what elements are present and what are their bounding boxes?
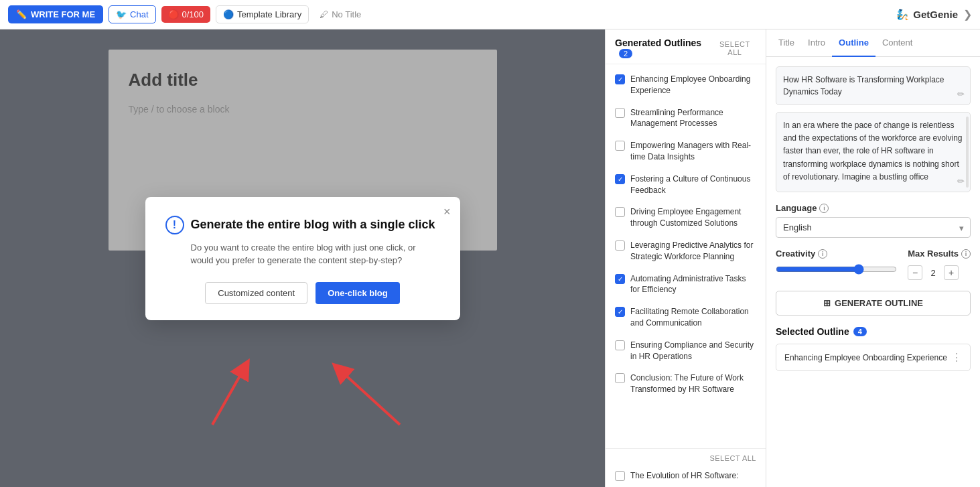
logo-icon: 🧞 <box>896 9 909 21</box>
generate-icon: ⊞ <box>823 298 831 308</box>
settings-panel: TitleIntroOutlineContent How HR Software… <box>766 29 980 487</box>
outline-text-2: Empowering Managers with Real-time Data … <box>630 140 756 163</box>
outline-checkbox-0[interactable] <box>615 74 625 84</box>
outline-item[interactable]: Conclusion: The Future of Work Transform… <box>606 367 766 401</box>
outline-checkbox-7[interactable] <box>615 307 625 317</box>
svg-line-3 <box>340 370 400 425</box>
outline-item[interactable]: Facilitating Remote Collaboration and Co… <box>606 301 766 334</box>
outlines-title-wrap: Generated Outlines 2 <box>615 38 713 58</box>
outline-item[interactable]: Automating Administrative Tasks for Effi… <box>606 268 766 301</box>
creativity-col: Creativity i <box>776 249 897 277</box>
outline-text-3: Fostering a Culture of Continuous Feedba… <box>630 173 756 196</box>
outline-text-8: Ensuring Compliance and Security in HR O… <box>630 340 756 362</box>
intro-display-box: In an era where the pace of change is re… <box>776 112 971 192</box>
write-for-me-button[interactable]: ✏️ WRITE FOR ME <box>8 5 103 23</box>
stepper-decrement-button[interactable]: − <box>908 265 922 280</box>
no-title-label: 🖊 No Title <box>320 9 361 19</box>
outline-text-9: Conclusion: The Future of Work Transform… <box>630 372 756 395</box>
feather-icon: 🖊 <box>320 9 328 19</box>
outline-item[interactable]: Enhancing Employee Onboarding Experience <box>606 68 766 102</box>
selected-outline-title: Selected Outline 4 <box>776 326 971 337</box>
tab-content[interactable]: Content <box>876 29 920 57</box>
counter-icon: 🔴 <box>168 9 179 19</box>
generate-blog-modal: × ! Generate the entire blog with a sing… <box>145 197 460 320</box>
expand-icon[interactable]: ❯ <box>963 8 972 21</box>
counter-button[interactable]: 🔴 0/100 <box>161 6 211 23</box>
modal-buttons: Customized content One-click blog <box>165 282 440 304</box>
modal-title: Generate the entire blog with a single c… <box>191 218 435 232</box>
creativity-row: Creativity i Max Results i − 2 + <box>776 249 971 280</box>
selected-outline-item: Enhancing Employee Onboarding Experience… <box>776 344 971 371</box>
language-info-icon: i <box>819 204 829 213</box>
outline-checkbox-1[interactable] <box>615 108 625 118</box>
creativity-slider[interactable] <box>776 264 897 275</box>
pencil-icon: ✏️ <box>16 9 27 19</box>
outline-item[interactable]: Fostering a Culture of Continuous Feedba… <box>606 168 766 202</box>
outlines-panel: Generated Outlines 2 SELECT ALL Enhancin… <box>605 29 766 487</box>
max-results-col: Max Results i − 2 + <box>908 249 971 280</box>
template-library-button[interactable]: 🔵 Template Library <box>216 5 309 23</box>
getgenie-logo: 🧞 GetGenie <box>896 9 958 21</box>
settings-content: How HR Software is Transforming Workplac… <box>766 57 980 487</box>
tab-outline[interactable]: Outline <box>832 29 876 57</box>
outline-text-6: Automating Administrative Tasks for Effi… <box>630 273 756 296</box>
chat-button[interactable]: 🐦 Chat <box>109 5 155 23</box>
intro-edit-icon[interactable]: ✏ <box>957 176 965 186</box>
outline-item[interactable]: Streamlining Performance Management Proc… <box>606 102 766 135</box>
outline-checkbox-6[interactable] <box>615 274 625 284</box>
outline-text-5: Leveraging Predictive Analytics for Stra… <box>630 240 756 263</box>
creativity-label: Creativity i <box>776 249 897 259</box>
outline-checkbox-3[interactable] <box>615 174 625 184</box>
modal-description: Do you want to create the entire blog wi… <box>165 241 440 267</box>
three-dots-icon[interactable]: ⋮ <box>951 351 962 364</box>
title-text: How HR Software is Transforming Workplac… <box>783 74 963 98</box>
max-results-label: Max Results i <box>908 249 971 259</box>
intro-text: In an era where the pace of change is re… <box>783 119 963 184</box>
select-all-top-button[interactable]: SELECT ALL <box>713 40 756 56</box>
select-all-bottom-button[interactable]: SELECT ALL <box>709 454 756 462</box>
outline-bottom-item[interactable]: The Evolution of HR Software: <box>606 465 766 487</box>
outlines-list: Enhancing Employee Onboarding Experience… <box>606 64 766 445</box>
outline-checkbox-9[interactable] <box>615 373 625 383</box>
outline-item[interactable]: Driving Employee Engagement through Cust… <box>606 201 766 234</box>
settings-tabs: TitleIntroOutlineContent <box>766 29 980 57</box>
outline-checkbox-5[interactable] <box>615 240 625 251</box>
outline-item[interactable]: Leveraging Predictive Analytics for Stra… <box>606 234 766 268</box>
outline-text-0: Enhancing Employee Onboarding Experience <box>630 74 756 96</box>
outline-checkbox-bottom[interactable] <box>615 471 625 481</box>
stepper-value: 2 <box>926 268 940 278</box>
tab-title[interactable]: Title <box>772 29 801 57</box>
outline-item[interactable]: Empowering Managers with Real-time Data … <box>606 135 766 168</box>
main-layout: Add title Type / to choose a block × ! G… <box>0 29 980 487</box>
language-label: Language i <box>776 203 971 213</box>
one-click-blog-button[interactable]: One-click blog <box>316 282 400 304</box>
title-display-box: How HR Software is Transforming Workplac… <box>776 66 971 105</box>
outline-text-1: Streamlining Performance Management Proc… <box>630 107 756 130</box>
stepper-increment-button[interactable]: + <box>944 265 959 280</box>
toolbar: ✏️ WRITE FOR ME 🐦 Chat 🔴 0/100 🔵 Templat… <box>0 0 980 29</box>
modal-close-button[interactable]: × <box>443 205 451 219</box>
customized-content-button[interactable]: Customized content <box>205 282 307 304</box>
language-select-wrap: English <box>776 217 971 238</box>
outline-text-4: Driving Employee Engagement through Cust… <box>630 206 756 229</box>
outline-checkbox-8[interactable] <box>615 340 625 350</box>
scrollbar <box>966 117 969 188</box>
language-select[interactable]: English <box>776 217 971 238</box>
chat-icon: 🐦 <box>116 9 127 19</box>
template-icon: 🔵 <box>223 9 234 19</box>
language-section: Language i English <box>776 203 971 238</box>
svg-line-2 <box>212 368 244 425</box>
select-all-bottom-wrap: SELECT ALL <box>606 451 766 465</box>
tab-intro[interactable]: Intro <box>801 29 832 57</box>
modal-overlay: × ! Generate the entire blog with a sing… <box>0 29 605 487</box>
max-results-stepper: − 2 + <box>908 265 959 280</box>
title-edit-icon[interactable]: ✏ <box>957 89 965 99</box>
editor-area: Add title Type / to choose a block × ! G… <box>0 29 605 487</box>
outline-checkbox-2[interactable] <box>615 141 625 151</box>
outline-text-7: Facilitating Remote Collaboration and Co… <box>630 306 756 329</box>
creativity-info-icon: i <box>818 249 827 259</box>
generate-outline-button[interactable]: ⊞ GENERATE OUTLINE <box>776 291 971 316</box>
info-icon: ! <box>165 216 184 234</box>
outline-checkbox-4[interactable] <box>615 207 625 217</box>
outline-item[interactable]: Ensuring Compliance and Security in HR O… <box>606 334 766 368</box>
